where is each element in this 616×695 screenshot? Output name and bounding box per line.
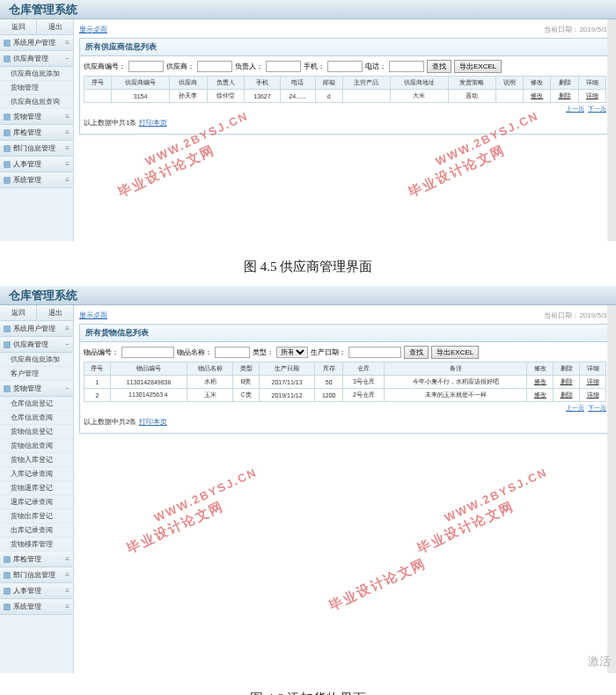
export-excel-button[interactable]: 导出EXCEL [431, 346, 479, 359]
folder-icon [4, 385, 11, 392]
sidebar-item-goods-reg[interactable]: 货物信息登记 [0, 425, 73, 439]
pager-prev[interactable]: 上一页 [566, 404, 584, 413]
sidebar-group-goods[interactable]: 货物管理− [0, 381, 73, 397]
table-row: 21130142563４玉米C类2019/11/1212002号仓库未来的玉米就… [84, 389, 606, 402]
nav-back-button[interactable]: 返回 [0, 19, 37, 34]
nav-back-button[interactable]: 返回 [0, 305, 37, 320]
sidebar-item-stockin-reg[interactable]: 货物入库登记 [0, 453, 73, 467]
table-cell[interactable]: 详细 [578, 90, 605, 103]
table-cell[interactable]: 详细 [580, 376, 606, 389]
scrollbar[interactable] [607, 19, 616, 241]
collapse-icon: − [65, 55, 70, 62]
table-cell: 2号仓库 [343, 389, 385, 402]
table-header: 详细 [580, 362, 606, 376]
pager-next[interactable]: 下一页 [588, 404, 606, 413]
sidebar-group-goods[interactable]: 货物管理≡ [0, 109, 73, 125]
sidebar-group-sys[interactable]: 系统管理≡ [0, 172, 73, 188]
table-cell: 50 [315, 376, 343, 389]
sidebar-item-return-reg[interactable]: 货物退库登记 [0, 481, 73, 495]
table-header: 库存 [315, 362, 343, 376]
folder-icon [4, 40, 11, 47]
produce-date-input[interactable] [348, 347, 401, 358]
table-cell[interactable]: 修改 [527, 389, 554, 402]
print-page-link[interactable]: 打印本页 [139, 119, 167, 127]
table-header: 供应商 [169, 77, 207, 90]
nav-exit-button[interactable]: 退出 [37, 19, 73, 34]
sidebar-group-inspect[interactable]: 库检管理≡ [0, 125, 73, 141]
table-cell[interactable]: 修改 [524, 90, 551, 103]
sidebar-group-sysuser[interactable]: 系统用户管理≡ [0, 35, 73, 51]
table-header: 手机 [245, 77, 280, 90]
sidebar-group-sysuser[interactable]: 系统用户管理≡ [0, 321, 73, 337]
breadcrumb: 显示桌面 当前日期：2019/5/31 [79, 23, 611, 38]
content-area: 显示桌面 当前日期：2019/5/31 所有货物信息列表 物品编号： 物品名称：… [74, 305, 616, 673]
collapse-icon: − [65, 384, 70, 392]
table-header: 主营产品 [342, 77, 390, 90]
scrollbar[interactable] [607, 305, 616, 673]
table-cell: 遥动 [448, 90, 495, 103]
table-header: 删除 [551, 77, 578, 90]
goods-name-input[interactable] [215, 347, 250, 358]
table-header: 修改 [524, 77, 551, 90]
phone-input[interactable] [389, 61, 424, 72]
sidebar-item-return-view[interactable]: 退库记录查阅 [0, 495, 73, 509]
mobile-label: 手机： [304, 62, 325, 71]
nav-exit-button[interactable]: 退出 [37, 305, 73, 320]
table-cell[interactable]: 删除 [554, 389, 580, 402]
sidebar-group-sys[interactable]: 系统管理≡ [0, 599, 73, 615]
breadcrumb-desktop[interactable]: 显示桌面 [79, 311, 107, 320]
type-select[interactable]: 所有 [276, 347, 308, 358]
sidebar-item-supplier-add[interactable]: 供应商信息添加 [0, 353, 73, 367]
export-excel-button[interactable]: 导出EXCEL [454, 60, 502, 73]
query-button[interactable]: 查找 [427, 60, 451, 73]
sidebar-item-customer[interactable]: 客户管理 [0, 367, 73, 381]
goods-id-input[interactable] [121, 347, 174, 358]
sidebar-item-stockin-view[interactable]: 入库记录查阅 [0, 467, 73, 481]
table-cell[interactable]: 删除 [551, 90, 578, 103]
windows-activate-text: 激活 [588, 654, 611, 669]
sidebar-group-supplier[interactable]: 供应商管理− [0, 337, 73, 353]
expand-icon: ≡ [65, 39, 70, 47]
table-cell[interactable]: 详细 [580, 389, 606, 402]
mobile-input[interactable] [327, 61, 363, 72]
table-cell: 今年小麦不行，水稻应该很好吧 [385, 376, 527, 389]
sidebar-group-supplier[interactable]: 供应商管理− [0, 51, 73, 67]
supplier-name-input[interactable] [197, 61, 232, 72]
contact-input[interactable] [266, 61, 301, 72]
table-header: 序号 [84, 362, 111, 376]
sidebar-item-stockout-reg[interactable]: 货物出库登记 [0, 509, 73, 523]
table-cell[interactable]: 删除 [554, 376, 580, 389]
sidebar-item-warehouse-reg[interactable]: 仓库信息登记 [0, 397, 73, 411]
pager-next[interactable]: 下一页 [588, 105, 606, 113]
sidebar-item-stockout-view[interactable]: 出库记录查阅 [0, 523, 73, 538]
sidebar-item-warehouse-view[interactable]: 仓库信息查阅 [0, 411, 73, 425]
sidebar-group-dept[interactable]: 部门信息管理≡ [0, 141, 73, 157]
goods-name-label: 物品名称： [177, 348, 212, 357]
expand-icon: ≡ [65, 176, 70, 184]
sidebar-item-goods-view[interactable]: 货物信息查阅 [0, 439, 73, 453]
table-cell: 3号仓库 [343, 376, 385, 389]
table-cell [496, 90, 524, 103]
content-area: 显示桌面 当前日期：2019/5/31 所有供应商信息列表 供应商编号： 供应商… [74, 19, 616, 241]
supplier-id-input[interactable] [128, 61, 164, 72]
table-header: 序号 [84, 77, 112, 90]
sidebar-item-goods[interactable]: 货物管理 [0, 81, 73, 95]
table-header: 类型 [233, 362, 260, 376]
print-page-link[interactable]: 打印本页 [139, 418, 167, 426]
goods-list-panel: 所有货物信息列表 物品编号： 物品名称： 类型：所有 生产日期： 查找 导出EX… [79, 324, 611, 434]
sidebar-group-inspect[interactable]: 库检管理≡ [0, 552, 73, 567]
sidebar-group-hr[interactable]: 人事管理≡ [0, 157, 73, 172]
table-cell[interactable]: 修改 [527, 376, 554, 389]
query-button[interactable]: 查找 [404, 346, 429, 359]
sidebar-item-supplier-query[interactable]: 供应商信息查询 [0, 95, 73, 109]
table-cell: C类 [233, 389, 260, 402]
breadcrumb-desktop[interactable]: 显示桌面 [79, 25, 107, 34]
table-header: 修改 [527, 362, 554, 376]
sidebar-group-dept[interactable]: 部门信息管理≡ [0, 567, 73, 583]
type-label: 类型： [253, 348, 274, 357]
sidebar: 返回 退出 系统用户管理≡ 供应商管理− 供应商信息添加 货物管理 供应商信息查… [0, 19, 74, 241]
sidebar-item-move-mgmt[interactable]: 货物移库管理 [0, 538, 73, 552]
sidebar-group-hr[interactable]: 人事管理≡ [0, 583, 73, 599]
pager-prev[interactable]: 上一页 [566, 105, 584, 113]
sidebar-item-supplier-add[interactable]: 供应商信息添加 [0, 67, 73, 81]
